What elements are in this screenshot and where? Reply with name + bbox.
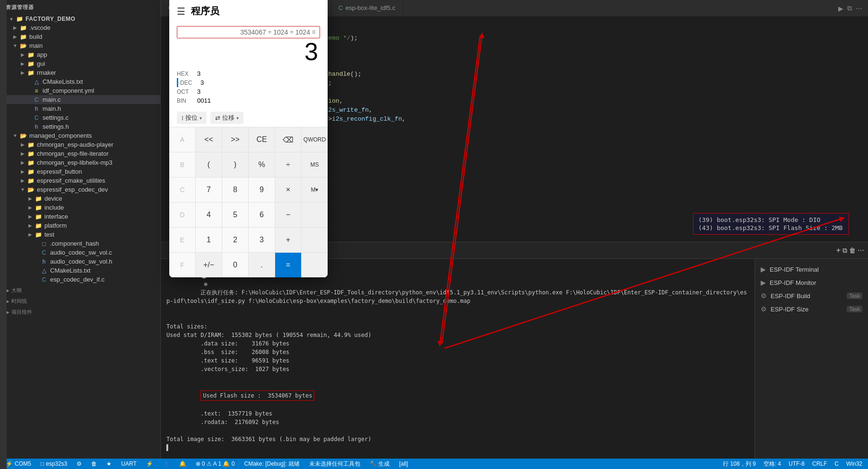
statusbar-errors[interactable]: ⊗ 0 ⚠ A 1 🔔 0 <box>194 460 237 467</box>
outline-section[interactable]: ▶ 大纲 <box>0 284 160 295</box>
sidebar-item-cmakelists[interactable]: ▶ △ CMakeLists.txt <box>0 77 160 86</box>
sidebar-item-interface[interactable]: ▶ 📁 interface <box>0 212 160 221</box>
calc-btn-rshift[interactable]: >> <box>222 127 248 152</box>
calc-btn-dot[interactable]: . <box>249 253 275 277</box>
task-esp-idf-terminal[interactable]: ▶ ESP-IDF Terminal <box>755 263 868 276</box>
calc-btn-negate[interactable]: +/− <box>196 253 222 277</box>
statusbar-uart[interactable]: UART <box>119 460 138 467</box>
sidebar-item-settingsc[interactable]: ▶ C settings.c <box>0 113 160 122</box>
statusbar-spaces[interactable]: 空格: 4 <box>762 460 783 468</box>
calc-btn-9[interactable]: 9 <box>249 177 275 202</box>
calc-btn-1[interactable]: 1 <box>196 228 222 252</box>
calc-btn-lshift[interactable]: << <box>196 127 222 152</box>
calc-btn-MS[interactable]: MS <box>302 152 328 177</box>
sidebar-item-mainh[interactable]: ▶ h main.h <box>0 104 160 113</box>
statusbar-settings[interactable]: ⚙ <box>75 460 84 467</box>
calc-btn-percent[interactable]: % <box>249 152 275 177</box>
calc-btn-plus[interactable]: + <box>275 228 301 252</box>
run-icon[interactable]: ▶ <box>838 5 843 12</box>
statusbar-chip[interactable]: □ esp32s3 <box>39 460 69 467</box>
sidebar-item-mainc[interactable]: ▶ C main.c <box>0 95 160 104</box>
statusbar-person[interactable]: 👤 <box>161 460 172 467</box>
calc-btn-equal[interactable]: = <box>275 253 301 277</box>
calc-btn-6[interactable]: 6 <box>249 203 275 227</box>
task-esp-idf-monitor[interactable]: ▶ ESP-IDF Monitor <box>755 276 868 289</box>
project-section[interactable]: ▶ 项目组件 <box>0 306 160 317</box>
sidebar-item-libhelix[interactable]: ▶ 📁 chmorgan_esp-libhelix-mp3 <box>0 158 160 167</box>
sidebar-item-main[interactable]: ▼ 📂 main <box>0 41 160 50</box>
terminal-output[interactable]: ⚪ ● 正在执行任务: F:\HoloCubic\IDF\Enter_ESP-I… <box>161 259 755 469</box>
sidebar-item-device[interactable]: ▶ 📁 device <box>0 194 160 203</box>
task-esp-idf-size[interactable]: ⚙ ESP-IDF Size Task <box>755 302 868 316</box>
calc-btn-M-dropdown[interactable]: M▾ <box>302 177 328 202</box>
statusbar-no-kit[interactable]: 未未选择任何工具包 <box>307 460 362 468</box>
kill-terminal-icon[interactable]: 🗑 <box>849 247 856 254</box>
statusbar-com[interactable]: ⚡ COM5 <box>4 460 33 467</box>
calc-mode-shift[interactable]: ⇄ 位移 ▾ <box>210 112 243 124</box>
calc-btn-multiply[interactable]: × <box>275 177 301 202</box>
statusbar-crlf[interactable]: CRLF <box>810 460 829 468</box>
timeline-section[interactable]: ▶ 时间线 <box>0 295 160 306</box>
sidebar-item-gui[interactable]: ▶ 📁 gui <box>0 59 160 68</box>
calc-btn-A[interactable]: A <box>169 127 195 152</box>
sidebar-item-vscode[interactable]: ▶ 📁 .vscode <box>0 23 160 32</box>
statusbar-star[interactable]: ★ <box>104 460 113 467</box>
sidebar-item-test[interactable]: ▶ 📁 test <box>0 230 160 239</box>
calc-btn-3[interactable]: 3 <box>249 228 275 252</box>
task-esp-idf-build[interactable]: ⚙ ESP-IDF Build Task <box>755 289 868 302</box>
statusbar-all[interactable]: [all] <box>397 460 410 467</box>
calc-mode-bit[interactable]: ⁞ 按位 ▾ <box>177 112 207 124</box>
sidebar-item-codec-dev[interactable]: ▼ 📂 espressif_esp_codec_dev <box>0 185 160 194</box>
statusbar-os[interactable]: Win32 <box>844 460 864 468</box>
sidebar-item-audio-player[interactable]: ▶ 📁 chmorgan_esp-audio-player <box>0 140 160 149</box>
sidebar-item-file-iterator[interactable]: ▶ 📁 chmorgan_esp-file-iterator <box>0 149 160 158</box>
calc-btn-lparen[interactable]: ( <box>196 152 222 177</box>
sidebar-item-sw-vol-h[interactable]: ▶ h audio_codec_sw_vol.h <box>0 257 160 266</box>
calc-btn-D[interactable]: D <box>169 203 195 227</box>
sidebar-item-idfyml[interactable]: ▶ ≡ idf_component.yml <box>0 86 160 95</box>
statusbar-bolt[interactable]: ⚡ <box>144 460 155 467</box>
sidebar-item-build[interactable]: ▶ 📁 build <box>0 32 160 41</box>
calc-btn-rparen[interactable]: ) <box>222 152 248 177</box>
calc-btn-E[interactable]: E <box>169 228 195 252</box>
sidebar-item-include[interactable]: ▶ 📁 include <box>0 203 160 212</box>
calc-btn-8[interactable]: 8 <box>222 177 248 202</box>
more-icon[interactable]: ⋯ <box>856 5 862 12</box>
calc-btn-minus[interactable]: − <box>275 203 301 227</box>
add-terminal-icon[interactable]: + <box>836 246 841 255</box>
sidebar-item-component-hash[interactable]: ▶ ◻ .component_hash <box>0 239 160 248</box>
calc-btn-0[interactable]: 0 <box>222 253 248 277</box>
calc-btn-divide[interactable]: ÷ <box>275 152 301 177</box>
statusbar-row-col[interactable]: 行 108，列 9 <box>721 460 757 468</box>
calc-btn-4[interactable]: 4 <box>196 203 222 227</box>
calc-btn-backspace[interactable]: ⌫ <box>275 127 301 152</box>
tab-esp-box-lite-idf5-c[interactable]: C esp-box-lite_idf5.c <box>331 0 403 16</box>
calc-btn-CE[interactable]: CE <box>249 127 275 152</box>
calc-btn-5[interactable]: 5 <box>222 203 248 227</box>
sidebar-item-rmaker[interactable]: ▶ 📁 rmaker <box>0 68 160 77</box>
sidebar-item-button[interactable]: ▶ 📁 espressif_button <box>0 167 160 176</box>
calc-btn-B[interactable]: B <box>169 152 195 177</box>
sidebar-item-managed[interactable]: ▼ 📂 managed_components <box>0 131 160 140</box>
statusbar-cmake[interactable]: CMake: [Debug]: 就绪 <box>242 460 301 468</box>
sidebar-item-cmake-utils[interactable]: ▶ 📁 espressif_cmake_utilities <box>0 176 160 185</box>
statusbar-encoding[interactable]: UTF-8 <box>787 460 807 468</box>
terminal-more-icon[interactable]: ⋯ <box>858 247 864 254</box>
sidebar-item-cmake2[interactable]: ▶ △ CMakeLists.txt <box>0 266 160 275</box>
statusbar-lang[interactable]: C <box>833 460 841 468</box>
tree-root[interactable]: ▼ 📁 FACTORY_DEMO <box>0 15 160 23</box>
calc-btn-C[interactable]: C <box>169 177 195 202</box>
calc-btn-F[interactable]: F <box>169 253 195 277</box>
sidebar-item-platform[interactable]: ▶ 📁 platform <box>0 221 160 230</box>
calc-btn-7[interactable]: 7 <box>196 177 222 202</box>
sidebar-item-codec-dev-if[interactable]: ▶ C esp_codec_dev_if.c <box>0 275 160 284</box>
statusbar-trash[interactable]: 🗑 <box>89 460 99 467</box>
sidebar-item-settingsh[interactable]: ▶ h settings.h <box>0 122 160 131</box>
statusbar-build[interactable]: 🔨 生成 <box>368 460 391 468</box>
sidebar-item-app[interactable]: ▶ 📁 app <box>0 50 160 59</box>
sidebar-item-sw-vol-c[interactable]: ▶ C audio_codec_sw_vol.c <box>0 248 160 257</box>
split-icon[interactable]: ⧉ <box>847 4 852 12</box>
calc-btn-QWORD[interactable]: QWORD <box>302 127 328 152</box>
calc-btn-2[interactable]: 2 <box>222 228 248 252</box>
statusbar-bell[interactable]: 🔔 <box>177 460 188 467</box>
